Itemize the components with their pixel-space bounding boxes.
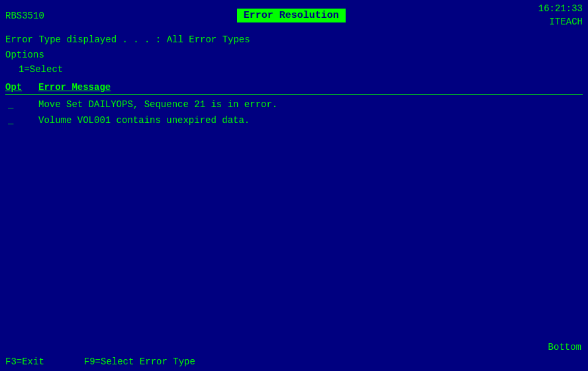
screen: RBS3510 Error Resolution 16:21:33 ITEACH…: [0, 0, 588, 371]
option-1-label: 1=Select: [5, 62, 583, 77]
top-right-info: 16:21:33 ITEACH: [538, 3, 583, 28]
f3-key[interactable]: F3=Exit: [5, 356, 44, 367]
opt-field-2[interactable]: _: [5, 113, 38, 129]
error-type-line: Error Type displayed . . . : All Error T…: [5, 32, 583, 47]
user-display: ITEACH: [538, 16, 583, 29]
data-rows: _ Move Set DAILYOPS, Sequence 21 is in e…: [5, 97, 583, 129]
table-row[interactable]: _ Move Set DAILYOPS, Sequence 21 is in e…: [5, 97, 583, 113]
time-display: 16:21:33: [538, 3, 583, 16]
app-id: RBS3510: [5, 11, 44, 21]
table-row[interactable]: _ Volume VOL001 contains unexpired data.: [5, 113, 583, 129]
col-header-msg: Error Message: [38, 82, 111, 93]
opt-field-1[interactable]: _: [5, 97, 38, 113]
column-headers: Opt Error Message: [5, 82, 583, 95]
top-bar: RBS3510 Error Resolution 16:21:33 ITEACH: [5, 3, 583, 28]
f9-key[interactable]: F9=Select Error Type: [84, 356, 195, 367]
function-key-bar: F3=Exit F9=Select Error Type: [5, 356, 195, 367]
info-section: Error Type displayed . . . : All Error T…: [5, 32, 583, 77]
col-header-opt: Opt: [5, 82, 38, 93]
position-indicator: Bottom: [548, 342, 581, 352]
options-label: Options: [5, 48, 583, 62]
msg-field-1: Move Set DAILYOPS, Sequence 21 is in err…: [38, 97, 583, 113]
screen-title: Error Resolution: [237, 9, 346, 22]
position-text: Bottom: [548, 342, 581, 352]
msg-field-2: Volume VOL001 contains unexpired data.: [38, 113, 583, 129]
